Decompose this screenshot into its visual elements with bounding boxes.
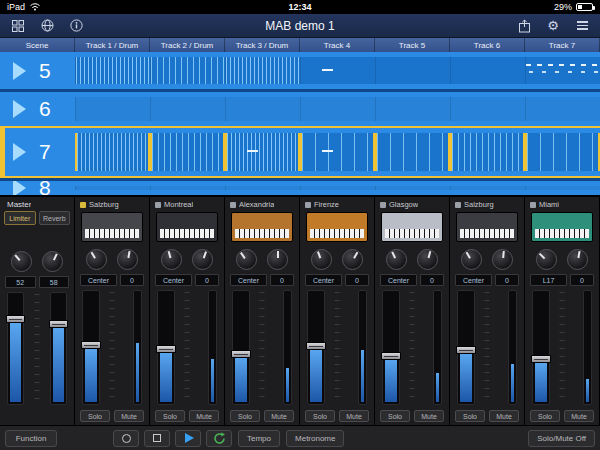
level-fader[interactable] — [382, 290, 400, 405]
pan-display[interactable]: Center — [380, 274, 417, 286]
limiter-button[interactable]: Limiter — [4, 211, 36, 225]
solo-button[interactable]: Solo — [305, 410, 335, 422]
clip-s7-t7[interactable] — [525, 133, 600, 171]
scene-play-button-8[interactable] — [13, 179, 26, 195]
master-knob-1[interactable] — [11, 251, 32, 272]
tempo-button[interactable]: Tempo — [238, 430, 280, 447]
solo-button[interactable]: Solo — [530, 410, 560, 422]
globe-icon[interactable] — [39, 18, 55, 34]
solo-button[interactable]: Solo — [380, 410, 410, 422]
channel-knob-1[interactable] — [461, 249, 482, 270]
solo-button[interactable]: Solo — [230, 410, 260, 422]
clip-s6-t5[interactable] — [375, 97, 450, 121]
channel-knob-1[interactable] — [161, 249, 182, 270]
channel-fader-area[interactable] — [532, 290, 592, 405]
clip-s8-t4[interactable] — [300, 186, 375, 190]
clip-s8-t2[interactable] — [150, 186, 225, 190]
channel-fader-area[interactable] — [157, 290, 217, 405]
channel-knob-1[interactable] — [236, 249, 257, 270]
master-fader-right[interactable] — [50, 292, 67, 405]
clip-s5-t5[interactable] — [375, 57, 450, 84]
mute-button[interactable]: Mute — [264, 410, 294, 422]
pan-display[interactable]: L17 — [530, 274, 567, 286]
level-fader[interactable] — [232, 290, 250, 405]
reverb-button[interactable]: Reverb — [39, 211, 71, 225]
clip-s5-t3[interactable] — [225, 57, 300, 84]
clip-s7-t2[interactable] — [150, 133, 225, 171]
master-fader-left[interactable] — [7, 292, 24, 405]
level-display[interactable]: 0 — [195, 274, 219, 286]
clip-s6-t6[interactable] — [450, 97, 525, 121]
channel-knob-2[interactable] — [117, 249, 138, 270]
level-display[interactable]: 0 — [495, 274, 519, 286]
export-icon[interactable] — [516, 18, 532, 34]
solo-button[interactable]: Solo — [155, 410, 185, 422]
master-faders[interactable] — [7, 292, 67, 405]
gadget-thumbnail[interactable] — [81, 212, 143, 242]
channel-fader-area[interactable] — [82, 290, 142, 405]
clip-s5-t6[interactable] — [450, 57, 525, 84]
clip-s8-t6[interactable] — [450, 186, 525, 190]
clip-s8-t5[interactable] — [375, 186, 450, 190]
solo-mute-off-button[interactable]: Solo/Mute Off — [528, 430, 595, 447]
channel-knob-2[interactable] — [342, 249, 363, 270]
gadget-thumbnail[interactable] — [456, 212, 518, 242]
channel-knob-2[interactable] — [492, 249, 513, 270]
channel-fader-area[interactable] — [457, 290, 517, 405]
channel-knob-2[interactable] — [192, 249, 213, 270]
channel-knob-1[interactable] — [536, 249, 557, 270]
track-header-2[interactable]: Track 2 / Drum — [150, 38, 225, 52]
level-fader[interactable] — [307, 290, 325, 405]
settings-gear-icon[interactable]: ⚙ — [545, 18, 561, 34]
info-icon[interactable] — [68, 18, 84, 34]
level-display[interactable]: 0 — [420, 274, 444, 286]
gadget-thumbnail[interactable] — [381, 212, 443, 242]
level-fader[interactable] — [157, 290, 175, 405]
scene-matrix-icon[interactable] — [10, 18, 26, 34]
clip-s6-t3[interactable] — [225, 97, 300, 121]
pan-display[interactable]: Center — [305, 274, 342, 286]
channel-knob-1[interactable] — [386, 249, 407, 270]
scene-play-button-6[interactable] — [13, 100, 26, 118]
channel-knob-2[interactable] — [417, 249, 438, 270]
master-knob-2[interactable] — [42, 251, 63, 272]
gadget-thumbnail[interactable] — [531, 212, 593, 242]
gadget-thumbnail[interactable] — [156, 212, 218, 242]
scene-play-button-7[interactable] — [13, 143, 26, 161]
mute-button[interactable]: Mute — [114, 410, 144, 422]
clip-s6-t4[interactable] — [300, 97, 375, 121]
channel-knob-1[interactable] — [311, 249, 332, 270]
clip-s6-t7[interactable] — [525, 97, 600, 121]
level-display[interactable]: 0 — [345, 274, 369, 286]
track-header-4[interactable]: Track 4 — [300, 38, 375, 52]
level-fader[interactable] — [82, 290, 100, 405]
clip-s7-t3[interactable] — [225, 133, 300, 171]
gadget-thumbnail[interactable] — [306, 212, 368, 242]
clip-s6-t1[interactable] — [75, 97, 150, 121]
clip-s8-t7[interactable] — [525, 186, 600, 190]
solo-button[interactable]: Solo — [80, 410, 110, 422]
mute-button[interactable]: Mute — [489, 410, 519, 422]
track-header-1[interactable]: Track 1 / Drum — [75, 38, 150, 52]
channel-knob-2[interactable] — [267, 249, 288, 270]
level-display[interactable]: 0 — [120, 274, 144, 286]
metronome-button[interactable]: Metronome — [286, 430, 344, 447]
clip-s7-t6[interactable] — [450, 133, 525, 171]
mute-button[interactable]: Mute — [414, 410, 444, 422]
solo-button[interactable]: Solo — [455, 410, 485, 422]
clip-s7-t5[interactable] — [375, 133, 450, 171]
mute-button[interactable]: Mute — [189, 410, 219, 422]
clip-s5-t2[interactable] — [150, 57, 225, 84]
clip-s5-t1[interactable] — [75, 57, 150, 84]
clip-s7-t1[interactable] — [75, 133, 150, 171]
clip-s8-t1[interactable] — [75, 186, 150, 190]
stop-button[interactable] — [144, 430, 170, 447]
pan-display[interactable]: Center — [230, 274, 267, 286]
level-fader[interactable] — [457, 290, 475, 405]
gadget-thumbnail[interactable] — [231, 212, 293, 242]
pan-display[interactable]: Center — [455, 274, 492, 286]
channel-knob-2[interactable] — [567, 249, 588, 270]
channel-knob-1[interactable] — [86, 249, 107, 270]
channel-fader-area[interactable] — [382, 290, 442, 405]
track-header-5[interactable]: Track 5 — [375, 38, 450, 52]
